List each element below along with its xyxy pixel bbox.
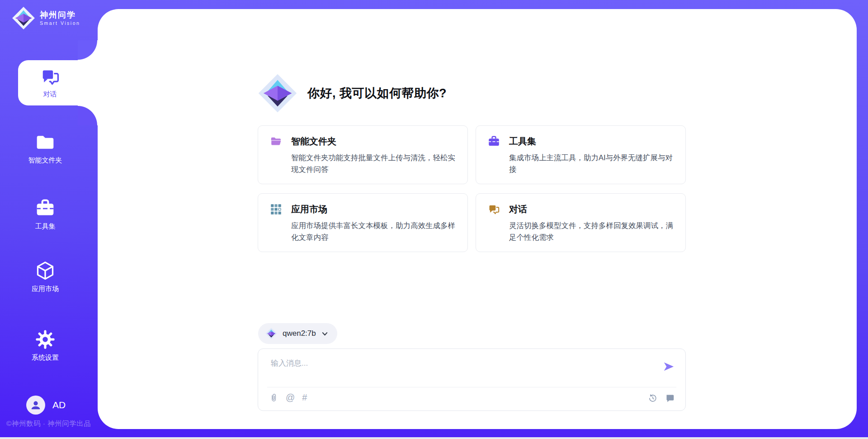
card-description: 灵活切换多模型文件，支持多样回复效果调试，满足个性化需求	[509, 220, 674, 243]
sidebar-item-label: 系统设置	[32, 353, 59, 362]
cube-icon	[35, 261, 55, 281]
sidebar-item-label: 对话	[43, 90, 57, 99]
history-button[interactable]	[648, 393, 657, 403]
at-icon: @	[286, 392, 295, 403]
brand-subtitle: Smart Vision	[40, 20, 80, 26]
message-input[interactable]	[270, 357, 651, 385]
open-folder-icon	[270, 135, 282, 148]
sidebar-item-label: 工具集	[35, 222, 56, 231]
card-title: 工具集	[509, 135, 536, 148]
horizontal-scrollbar[interactable]	[0, 437, 868, 439]
brand-logo: 神州问学 Smart Vision	[12, 6, 80, 30]
sidebar-item-smart-folders[interactable]: 智能文件夹	[0, 132, 90, 165]
topic-button[interactable]: #	[302, 392, 307, 403]
gear-icon	[35, 329, 55, 349]
card-title: 对话	[509, 203, 527, 215]
chevron-down-icon	[321, 330, 328, 337]
sidebar-item-app-market[interactable]: 应用市场	[0, 261, 90, 293]
message-icon	[665, 393, 675, 403]
mention-button[interactable]: @	[286, 392, 295, 403]
hash-icon: #	[302, 392, 307, 403]
user-initials: AD	[52, 400, 66, 410]
grid-icon	[270, 203, 282, 215]
composer-divider	[267, 387, 676, 387]
person-icon	[30, 399, 42, 411]
message-composer: @ #	[258, 348, 686, 411]
model-selector[interactable]: qwen2:7b	[258, 323, 337, 344]
paperclip-icon	[269, 392, 278, 403]
model-name: qwen2:7b	[283, 329, 316, 338]
diamond-logo-icon	[265, 328, 277, 339]
attach-file-button[interactable]	[269, 392, 278, 403]
card-smart-folders[interactable]: 智能文件夹 智能文件夹功能支持批量文件上传与清洗，轻松实现文件问答	[258, 125, 468, 184]
toolbox-icon	[35, 198, 55, 218]
card-app-market[interactable]: 应用市场 应用市场提供丰富长文本模板，助力高效生成多样化文章内容	[258, 193, 468, 252]
composer-tools-left: @ #	[269, 392, 307, 403]
sidebar-item-label: 应用市场	[32, 285, 59, 293]
greeting-block: 你好, 我可以如何帮助你?	[258, 73, 447, 113]
folder-icon	[35, 132, 55, 152]
user-menu[interactable]: AD	[26, 396, 66, 415]
feature-cards: 智能文件夹 智能文件夹功能支持批量文件上传与清洗，轻松实现文件问答 工具集 集成…	[258, 125, 686, 252]
sidebar-item-chat[interactable]: 对话	[18, 60, 98, 105]
card-chat[interactable]: 对话 灵活切换多模型文件，支持多样回复效果调试，满足个性化需求	[476, 193, 686, 252]
new-conversation-button[interactable]	[665, 393, 675, 403]
sidebar-item-toolset[interactable]: 工具集	[0, 198, 90, 231]
card-description: 集成市场上主流工具，助力AI与外界无缝扩展与对接	[509, 152, 674, 175]
app-window: 神州问学 Smart Vision 对话 智能文件夹	[0, 0, 868, 439]
send-icon	[662, 361, 675, 372]
card-toolset[interactable]: 工具集 集成市场上主流工具，助力AI与外界无缝扩展与对接	[476, 125, 686, 184]
diamond-logo-icon	[12, 6, 35, 30]
card-title: 智能文件夹	[291, 135, 336, 148]
copyright-footer: ©神州数码 · 神州问学出品	[6, 419, 91, 429]
avatar	[26, 396, 45, 415]
card-description: 智能文件夹功能支持批量文件上传与清洗，轻松实现文件问答	[291, 152, 456, 175]
history-icon	[648, 393, 657, 403]
tab-scoop-top	[78, 40, 98, 60]
greeting-title: 你好, 我可以如何帮助你?	[307, 85, 447, 101]
toolbox-icon	[488, 135, 500, 148]
chat-icon	[488, 203, 500, 215]
sidebar-item-settings[interactable]: 系统设置	[0, 329, 90, 362]
sidebar-item-label: 智能文件夹	[28, 156, 62, 165]
card-title: 应用市场	[291, 203, 327, 215]
composer-tools-right	[648, 393, 675, 403]
card-description: 应用市场提供丰富长文本模板，助力高效生成多样化文章内容	[291, 220, 456, 243]
diamond-logo-icon	[258, 73, 297, 113]
sidebar: 神州问学 Smart Vision 对话 智能文件夹	[0, 0, 98, 439]
brand-name: 神州问学	[40, 10, 80, 20]
chat-icon	[40, 67, 60, 87]
send-button[interactable]	[662, 361, 675, 373]
tab-scoop-bottom	[78, 105, 98, 125]
